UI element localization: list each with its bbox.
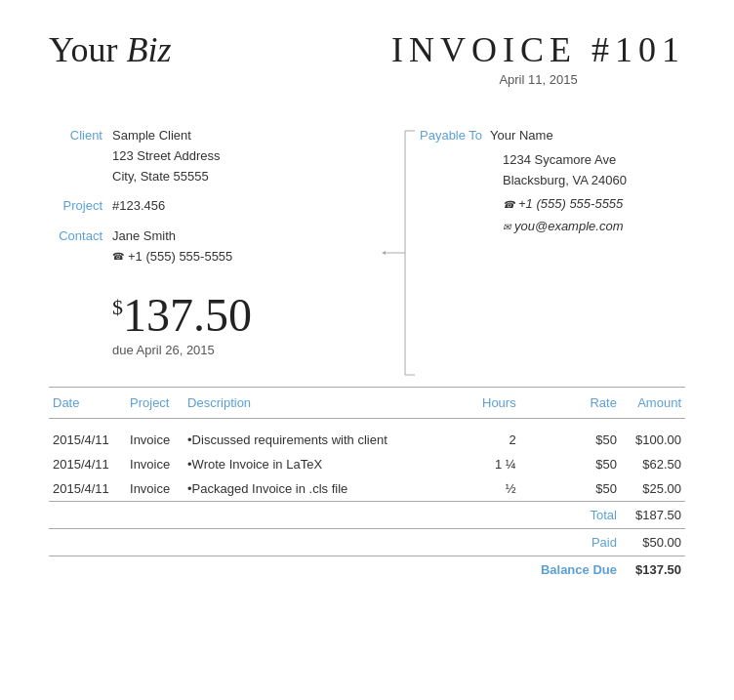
- row2-rate: $50: [520, 452, 621, 476]
- row3-date: 2015/4/11: [49, 476, 126, 502]
- payable-col: Payable To Your Name 1234 Sycamore Ave B…: [390, 126, 685, 277]
- payable-email-line: ✉ you@example.com: [503, 217, 685, 237]
- svg-marker-4: [382, 251, 386, 255]
- project-label: Project: [49, 198, 112, 213]
- payable-phone-icon: ☎: [503, 197, 514, 213]
- biz-name-italic: Biz: [126, 30, 171, 69]
- row3-project: Invoice: [126, 476, 184, 502]
- invoice-date: April 11, 2015: [391, 72, 685, 87]
- row1-project: Invoice: [126, 418, 184, 452]
- client-label: Client: [49, 128, 112, 143]
- project-row: Project #123.456: [49, 196, 390, 217]
- amount-value: 137.50: [123, 289, 252, 341]
- paid-row: Paid $50.00: [49, 528, 685, 556]
- row2-date: 2015/4/11: [49, 452, 126, 476]
- client-row: Client Sample Client 123 Street Address …: [49, 126, 390, 186]
- col-project: Project: [126, 387, 184, 418]
- payable-name: Your Name: [490, 126, 553, 146]
- invoice-title: INVOICE #101: [391, 29, 685, 70]
- total-amount: $187.50: [621, 501, 685, 528]
- client-address1: 123 Street Address: [112, 148, 221, 163]
- payable-label: Payable To: [420, 128, 490, 143]
- footer-row: Total $187.50: [49, 501, 685, 528]
- contact-value: Jane Smith ☎ +1 (555) 555-5555: [112, 226, 232, 268]
- client-name: Sample Client: [112, 128, 191, 143]
- payable-phone-line: ☎ +1 (555) 555-5555: [503, 194, 685, 215]
- row2-hours: 1 ¼: [469, 452, 519, 476]
- payable-phone: +1 (555) 555-5555: [518, 194, 623, 215]
- col-description: Description: [184, 387, 469, 418]
- bracket-decoration: [381, 126, 429, 380]
- table-body: 2015/4/11 Invoice •Discussed requirement…: [49, 418, 685, 501]
- payable-address: 1234 Sycamore Ave Blacksburg, VA 24060 ☎…: [503, 150, 685, 237]
- table-footer: Total $187.50 Paid $50.00 Balance Due $1…: [49, 501, 685, 583]
- row1-date: 2015/4/11: [49, 418, 126, 452]
- row3-amount: $25.00: [621, 476, 685, 502]
- payable-email: you@example.com: [514, 217, 623, 237]
- phone-icon: ☎: [112, 249, 124, 265]
- row3-rate: $50: [520, 476, 621, 502]
- payable-details: 1234 Sycamore Ave Blacksburg, VA 24060 ☎…: [420, 150, 685, 237]
- row3-description: •Packaged Invoice in .cls file: [184, 476, 469, 502]
- paid-amount: $50.00: [621, 528, 685, 556]
- invoice-title-block: INVOICE #101 April 11, 2015: [391, 29, 685, 87]
- col-rate: Rate: [520, 387, 621, 418]
- amount-section: $137.50 due April 26, 2015: [49, 292, 685, 357]
- contact-phone: +1 (555) 555-5555: [128, 247, 232, 268]
- biz-name: Your Biz: [49, 29, 171, 70]
- currency-symbol: $: [112, 295, 123, 319]
- row1-description: •Discussed requirements with client: [184, 418, 469, 452]
- total-label: Total: [520, 501, 621, 528]
- left-info-col: Client Sample Client 123 Street Address …: [49, 126, 390, 277]
- col-amount: Amount: [621, 387, 685, 418]
- table-row: 2015/4/11 Invoice •Discussed requirement…: [49, 418, 685, 452]
- contact-row: Contact Jane Smith ☎ +1 (555) 555-5555: [49, 226, 390, 268]
- paid-label: Paid: [520, 528, 621, 556]
- client-value: Sample Client 123 Street Address City, S…: [112, 126, 221, 186]
- invoice-table: Date Project Description Hours Rate Amou…: [49, 387, 685, 583]
- payable-email-icon: ✉: [503, 220, 510, 235]
- table-header: Date Project Description Hours Rate Amou…: [49, 387, 685, 418]
- biz-name-plain: Your: [49, 30, 126, 69]
- row1-amount: $100.00: [621, 418, 685, 452]
- col-hours: Hours: [469, 387, 519, 418]
- payable-name-text: Your Name: [490, 128, 553, 143]
- table-header-row: Date Project Description Hours Rate Amou…: [49, 387, 685, 418]
- table-row: 2015/4/11 Invoice •Wrote Invoice in LaTe…: [49, 452, 685, 476]
- balance-amount: $137.50: [621, 556, 685, 583]
- contact-name: Jane Smith: [112, 228, 176, 243]
- contact-label: Contact: [49, 228, 112, 243]
- row2-amount: $62.50: [621, 452, 685, 476]
- page-header: Your Biz INVOICE #101 April 11, 2015: [49, 29, 685, 87]
- info-section: Client Sample Client 123 Street Address …: [49, 126, 685, 277]
- balance-label: Balance Due: [520, 556, 621, 583]
- balance-row: Balance Due $137.50: [49, 556, 685, 583]
- row1-rate: $50: [520, 418, 621, 452]
- row2-project: Invoice: [126, 452, 184, 476]
- client-address2: City, State 55555: [112, 169, 209, 184]
- col-date: Date: [49, 387, 126, 418]
- row3-hours: ½: [469, 476, 519, 502]
- row2-description: •Wrote Invoice in LaTeX: [184, 452, 469, 476]
- payable-header: Payable To Your Name: [420, 126, 685, 146]
- project-value: #123.456: [112, 196, 165, 217]
- table-row: 2015/4/11 Invoice •Packaged Invoice in .…: [49, 476, 685, 502]
- row1-hours: 2: [469, 418, 519, 452]
- contact-phone-line: ☎ +1 (555) 555-5555: [112, 247, 232, 268]
- payable-address2: Blacksburg, VA 24060: [503, 173, 627, 187]
- payable-address1: 1234 Sycamore Ave: [503, 152, 616, 167]
